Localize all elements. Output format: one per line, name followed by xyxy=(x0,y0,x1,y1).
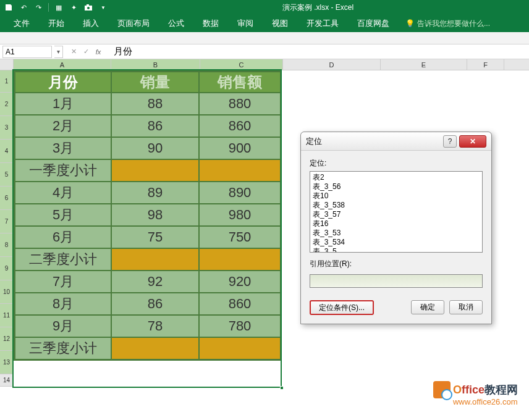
cell[interactable] xyxy=(199,248,281,271)
tab-formulas[interactable]: 公式 xyxy=(159,15,193,32)
cell[interactable]: 75 xyxy=(111,226,199,248)
cell[interactable]: 920 xyxy=(199,271,281,293)
cell[interactable]: 860 xyxy=(199,115,281,137)
redo-icon[interactable]: ↷ xyxy=(32,1,44,14)
select-all-corner[interactable] xyxy=(0,59,14,70)
camera-icon[interactable] xyxy=(82,1,95,14)
tab-file[interactable]: 文件 xyxy=(5,15,38,32)
row-header[interactable]: 7 xyxy=(0,210,14,233)
row-header[interactable]: 13 xyxy=(0,351,14,374)
row-header[interactable]: 1 xyxy=(0,70,14,93)
cell[interactable]: 78 xyxy=(111,315,199,337)
cell[interactable] xyxy=(111,337,199,359)
col-header-d[interactable]: D xyxy=(283,59,381,70)
cell[interactable]: 90 xyxy=(111,137,199,159)
cancel-icon[interactable]: ✕ xyxy=(68,46,79,57)
cell[interactable]: 980 xyxy=(199,204,281,226)
tab-data[interactable]: 数据 xyxy=(194,15,227,32)
cell[interactable]: 900 xyxy=(199,137,281,159)
cell[interactable] xyxy=(111,159,199,182)
list-item[interactable]: 表_3_538 xyxy=(313,201,480,210)
cell[interactable]: 88 xyxy=(111,93,199,115)
ok-button[interactable]: 确定 xyxy=(411,300,444,314)
cell[interactable]: 5月 xyxy=(15,204,111,226)
cell[interactable]: 92 xyxy=(111,271,199,293)
tab-pagelayout[interactable]: 页面布局 xyxy=(109,15,158,32)
col-header-f[interactable]: F xyxy=(467,59,504,70)
tab-developer[interactable]: 开发工具 xyxy=(298,15,347,32)
close-button[interactable]: ✕ xyxy=(459,135,486,148)
cell[interactable]: 一季度小计 xyxy=(15,159,111,182)
undo-icon[interactable]: ↶ xyxy=(17,1,30,14)
cancel-button[interactable]: 取消 xyxy=(449,300,483,314)
cell[interactable]: 7月 xyxy=(15,271,111,293)
cell[interactable]: 880 xyxy=(199,93,281,115)
list-item[interactable]: 表_3_534 xyxy=(313,238,480,247)
list-item[interactable]: 表16 xyxy=(313,219,480,229)
col-header-a[interactable]: A xyxy=(14,59,111,70)
list-item[interactable]: 表2 xyxy=(313,173,480,182)
col-header-e[interactable]: E xyxy=(381,59,467,70)
fx-icon[interactable]: fx xyxy=(93,46,104,57)
tab-home[interactable]: 开始 xyxy=(40,15,73,32)
row-header[interactable]: 5 xyxy=(0,163,14,187)
cell[interactable]: 86 xyxy=(111,115,199,137)
cell[interactable]: 86 xyxy=(111,293,199,315)
cell[interactable]: 860 xyxy=(199,293,281,315)
row-header[interactable]: 6 xyxy=(0,187,14,210)
fill-handle[interactable] xyxy=(280,386,284,390)
reference-input[interactable] xyxy=(310,274,483,288)
cell[interactable]: 4月 xyxy=(15,182,111,204)
col-header-c[interactable]: C xyxy=(200,59,283,70)
header-cell[interactable]: 月份 xyxy=(15,72,111,93)
tab-baidu[interactable]: 百度网盘 xyxy=(349,15,398,32)
tab-review[interactable]: 审阅 xyxy=(229,15,262,32)
save-icon[interactable] xyxy=(2,1,15,14)
row-header[interactable]: 2 xyxy=(0,93,14,116)
row-header[interactable]: 10 xyxy=(0,280,14,304)
cell[interactable]: 98 xyxy=(111,204,199,226)
cell[interactable]: 780 xyxy=(199,315,281,337)
row-header[interactable]: 8 xyxy=(0,233,14,257)
tab-insert[interactable]: 插入 xyxy=(74,15,108,32)
header-cell[interactable]: 销量 xyxy=(111,72,199,93)
enter-icon[interactable]: ✓ xyxy=(80,46,91,57)
cell[interactable]: 6月 xyxy=(15,226,111,248)
cell[interactable]: 8月 xyxy=(15,293,111,315)
dialog-titlebar[interactable]: 定位 ? ✕ xyxy=(301,132,491,151)
header-cell[interactable]: 销售额 xyxy=(199,72,281,93)
row-header[interactable]: 12 xyxy=(0,327,14,351)
cell[interactable]: 750 xyxy=(199,226,281,248)
cell[interactable]: 三季度小计 xyxy=(15,337,111,359)
cell[interactable] xyxy=(199,337,281,359)
row-header[interactable]: 11 xyxy=(0,304,14,327)
name-box-dropdown-icon[interactable]: ▾ xyxy=(54,46,63,58)
row-header[interactable]: 14 xyxy=(0,374,14,387)
list-item[interactable]: 表10 xyxy=(313,191,480,201)
cell[interactable] xyxy=(111,248,199,271)
new-icon[interactable]: ✦ xyxy=(67,1,80,14)
cell[interactable]: 9月 xyxy=(15,315,111,337)
tell-me-search[interactable]: 💡 告诉我您想要做什么... xyxy=(405,19,490,29)
touch-mode-icon[interactable]: ▦ xyxy=(53,1,65,14)
cell[interactable]: 890 xyxy=(199,182,281,204)
row-header[interactable]: 4 xyxy=(0,140,14,163)
cell[interactable]: 89 xyxy=(111,182,199,204)
help-button[interactable]: ? xyxy=(443,135,457,148)
col-header-b[interactable]: B xyxy=(111,59,200,70)
cell[interactable]: 二季度小计 xyxy=(15,248,111,271)
cell[interactable]: 3月 xyxy=(15,137,111,159)
list-item[interactable]: 表_3_56 xyxy=(313,182,480,191)
cell[interactable] xyxy=(199,159,281,182)
cell[interactable]: 1月 xyxy=(15,93,111,115)
formula-input[interactable]: 月份 xyxy=(109,46,529,57)
special-button[interactable]: 定位条件(S)... xyxy=(310,300,374,315)
list-item[interactable]: 表_3_53 xyxy=(313,229,480,238)
row-header[interactable]: 9 xyxy=(0,257,14,280)
name-box[interactable]: A1 xyxy=(2,46,52,58)
list-item[interactable]: 表_3_57 xyxy=(313,210,480,219)
tab-view[interactable]: 视图 xyxy=(263,15,297,32)
cell[interactable]: 2月 xyxy=(15,115,111,137)
list-item[interactable]: 表_3_5 xyxy=(313,247,480,253)
goto-list[interactable]: 表2 表_3_56 表10 表_3_538 表_3_57 表16 表_3_53 … xyxy=(310,171,483,253)
